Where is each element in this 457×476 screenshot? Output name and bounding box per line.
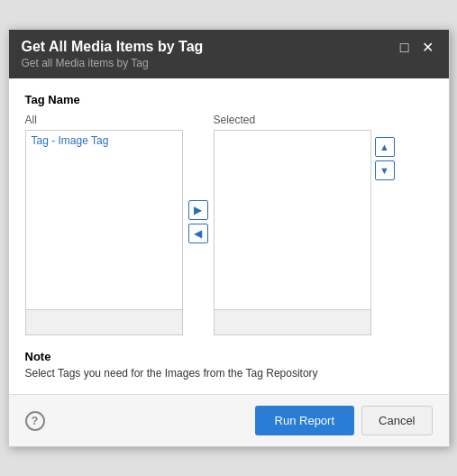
move-left-button[interactable]: ◀ <box>188 224 208 243</box>
move-right-button[interactable]: ▶ <box>188 200 208 220</box>
title-bar-text: Get All Media Items by Tag Get all Media… <box>22 39 204 69</box>
selected-header: Selected <box>214 114 371 126</box>
dialog: Get All Media Items by Tag Get all Media… <box>8 29 450 447</box>
all-list-box[interactable]: Tag - Image Tag <box>25 130 183 310</box>
transfer-arrows: ▶ ◀ <box>183 132 214 312</box>
dual-list-container: All Tag - Image Tag ▶ ◀ Selected ▲ ▼ <box>25 114 433 335</box>
move-up-button[interactable]: ▲ <box>375 137 395 157</box>
cancel-button[interactable]: Cancel <box>361 406 432 435</box>
footer: ? Run Report Cancel <box>9 394 449 446</box>
selected-list-box[interactable] <box>214 130 371 310</box>
title-bar: Get All Media Items by Tag Get all Media… <box>9 30 449 78</box>
move-down-button[interactable]: ▼ <box>375 160 395 180</box>
all-list-section: All Tag - Image Tag <box>25 114 183 335</box>
title-controls: □ ✕ <box>398 41 436 55</box>
selected-list-section: Selected <box>214 114 371 335</box>
updown-arrows: ▲ ▼ <box>371 132 398 312</box>
run-report-button[interactable]: Run Report <box>255 406 354 435</box>
content-area: Tag Name All Tag - Image Tag ▶ ◀ Selecte… <box>9 78 449 394</box>
all-header: All <box>25 114 183 126</box>
note-text: Select Tags you need for the Images from… <box>25 367 433 380</box>
close-button[interactable]: ✕ <box>419 41 436 55</box>
all-list-footer <box>25 310 183 335</box>
dialog-title: Get All Media Items by Tag <box>22 39 204 55</box>
note-section: Note Select Tags you need for the Images… <box>25 350 433 380</box>
selected-list-footer <box>214 310 371 335</box>
tag-name-label: Tag Name <box>25 93 433 106</box>
list-item[interactable]: Tag - Image Tag <box>26 131 182 151</box>
footer-buttons: Run Report Cancel <box>255 406 433 435</box>
maximize-button[interactable]: □ <box>398 41 412 55</box>
help-icon[interactable]: ? <box>25 411 45 431</box>
dialog-subtitle: Get all Media items by Tag <box>22 57 204 69</box>
note-label: Note <box>25 350 433 363</box>
